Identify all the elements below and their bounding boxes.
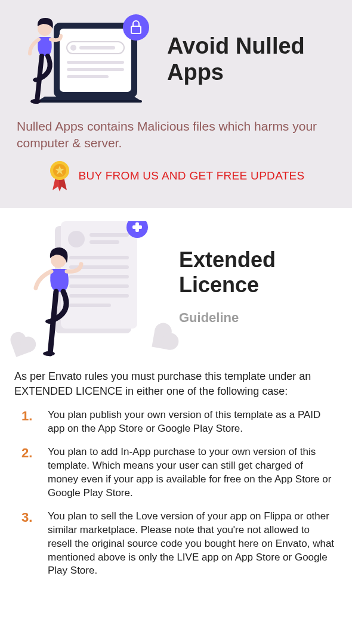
document-illustration — [12, 221, 167, 358]
svg-rect-19 — [89, 233, 129, 237]
nulled-apps-section: Avoid Nulled Apps Nulled Apps contains M… — [0, 0, 352, 208]
title-avoid-nulled: Avoid Nulled Apps — [167, 33, 340, 85]
svg-rect-6 — [67, 61, 124, 64]
svg-point-9 — [123, 14, 149, 41]
svg-rect-26 — [69, 304, 111, 307]
hero-row-2: Extended Licence Guideline — [12, 221, 340, 358]
subtitle-guideline: Guideline — [179, 310, 340, 326]
svg-rect-23 — [69, 275, 129, 278]
list-item: You plan to add In-App purchase to your … — [21, 445, 335, 500]
svg-rect-21 — [69, 256, 129, 259]
laptop-illustration — [12, 12, 161, 107]
svg-point-32 — [45, 319, 55, 324]
svg-point-12 — [30, 99, 41, 104]
svg-point-31 — [43, 351, 55, 356]
list-item: You plan publish your own version of thi… — [21, 408, 335, 436]
heart-icon — [152, 330, 171, 349]
svg-rect-25 — [69, 294, 129, 298]
extended-licence-section: Extended Licence Guideline As per Envato… — [0, 208, 352, 606]
warning-text: Nulled Apps contains Malicious files whi… — [17, 118, 335, 152]
rules-list: You plan publish your own version of thi… — [12, 408, 340, 578]
medal-icon — [47, 160, 72, 191]
cta-row: BUY FROM US AND GET FREE UPDATES — [12, 160, 340, 191]
svg-point-13 — [33, 78, 41, 82]
hero-row-1: Avoid Nulled Apps — [12, 12, 340, 107]
svg-point-18 — [68, 231, 85, 247]
title-extended-licence: Extended Licence — [179, 247, 340, 297]
svg-rect-2 — [60, 29, 131, 92]
title-block-2: Extended Licence Guideline — [179, 247, 340, 326]
cta-text: BUY FROM US AND GET FREE UPDATES — [78, 169, 304, 182]
svg-rect-0 — [37, 100, 142, 103]
svg-rect-5 — [79, 46, 115, 49]
list-item: You plan to sell the Love version of you… — [21, 510, 335, 578]
svg-point-4 — [70, 45, 76, 51]
svg-rect-24 — [69, 284, 129, 288]
svg-rect-8 — [67, 75, 109, 78]
svg-rect-7 — [67, 68, 124, 71]
svg-rect-20 — [89, 240, 119, 244]
intro-text: As per Envato rules you must purchase th… — [14, 369, 338, 399]
svg-rect-29 — [132, 225, 142, 229]
